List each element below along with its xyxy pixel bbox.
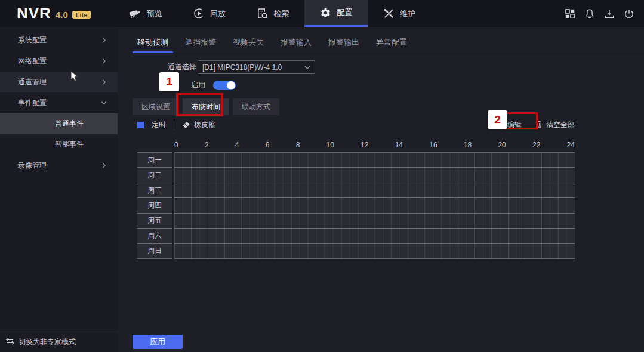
timed-tool[interactable]: 定时 (137, 120, 166, 130)
power-icon[interactable] (624, 8, 634, 19)
time-tick: 20 (498, 141, 506, 149)
schedule-row-sunday[interactable] (174, 243, 575, 258)
timed-label: 定时 (152, 120, 166, 130)
sidebar-item-label: 普通事件 (55, 119, 107, 129)
chevron-right-icon (101, 57, 107, 66)
day-label-wednesday: 周三 (137, 183, 172, 197)
mouse-cursor (70, 70, 78, 84)
top-header: NVR 4.0 Lite 预览 回放 检索 配置 维护 (0, 0, 644, 27)
day-label-thursday: 周四 (137, 197, 172, 212)
nav-label: 预览 (147, 8, 162, 19)
time-tick: 8 (296, 141, 300, 149)
sidebar-item-label: 事件配置 (18, 98, 101, 108)
search-doc-icon (257, 8, 268, 19)
day-label-sunday: 周日 (137, 243, 172, 258)
day-label-tuesday: 周二 (137, 167, 172, 182)
download-icon[interactable] (604, 8, 615, 19)
sidebar-menu: 系统配置 网络配置 通道管理 事件配置 普通事件 智能事件 录像 (0, 27, 118, 176)
time-tick: 24 (567, 141, 575, 149)
tab-alarm-output[interactable]: 报警输出 (323, 36, 364, 53)
arming-schedule-grid: 0 2 4 6 8 10 12 14 16 18 20 22 24 周一 周二 … (137, 141, 575, 259)
subtab-linkage-method[interactable]: 联动方式 (233, 98, 279, 115)
nav-label: 检索 (273, 8, 289, 19)
timed-legend-swatch (137, 122, 144, 128)
app-logo: NVR 4.0 Lite (17, 0, 91, 27)
annotation-box-arming-schedule-tab (176, 93, 223, 116)
clear-all-button[interactable]: 清空全部 (535, 120, 575, 131)
chevron-down-icon (101, 99, 107, 107)
tab-alarm-input[interactable]: 报警输入 (276, 36, 316, 53)
sidebar-item-label: 通道管理 (18, 77, 101, 87)
sidebar-item-system-config[interactable]: 系统配置 (0, 30, 118, 51)
eraser-label: 橡皮擦 (194, 120, 215, 130)
sidebar-item-network-config[interactable]: 网络配置 (0, 51, 118, 72)
schedule-row-thursday[interactable] (174, 197, 575, 212)
day-label-friday: 周五 (137, 213, 172, 228)
schedule-timeline (174, 152, 575, 259)
channel-select-value: [D1] MIPC318(P)W-4 1.0 (202, 63, 304, 72)
channel-select-dropdown[interactable]: [D1] MIPC318(P)W-4 1.0 (198, 60, 315, 74)
annotation-box-edit-button (505, 112, 538, 129)
schedule-row-friday[interactable] (174, 213, 575, 228)
apply-button[interactable]: 应用 (133, 335, 183, 349)
sidebar: 系统配置 网络配置 通道管理 事件配置 普通事件 智能事件 录像 (0, 27, 118, 352)
toolbar-divider (174, 121, 174, 129)
day-label-monday: 周一 (137, 153, 172, 167)
time-tick: 14 (395, 141, 403, 149)
chevron-right-icon (101, 162, 107, 170)
tab-exception[interactable]: 异常配置 (371, 36, 412, 53)
subtab-area-settings[interactable]: 区域设置 (133, 98, 179, 115)
chevron-right-icon (101, 36, 107, 45)
main-content: 移动侦测 遮挡报警 视频丢失 报警输入 报警输出 异常配置 通道选择 [D1] … (118, 27, 644, 352)
schedule-row-wednesday[interactable] (174, 183, 575, 197)
switch-mode-button[interactable]: 切换为非专家模式 (0, 332, 118, 352)
schedule-row-tuesday[interactable] (174, 167, 575, 182)
main-nav: 预览 回放 检索 配置 维护 (113, 0, 431, 27)
nav-item-configuration[interactable]: 配置 (304, 0, 368, 27)
sidebar-item-label: 录像管理 (18, 160, 101, 171)
annotation-step-1: 1 (159, 72, 179, 91)
tab-tamper-alarm[interactable]: 遮挡报警 (180, 36, 221, 53)
time-axis: 0 2 4 6 8 10 12 14 16 18 20 22 24 (174, 141, 575, 152)
eraser-icon (182, 120, 190, 131)
bell-icon[interactable] (584, 8, 595, 19)
nav-item-live-view[interactable]: 预览 (113, 0, 178, 27)
sidebar-item-smart-event[interactable]: 智能事件 (0, 134, 118, 155)
chevron-down-icon (304, 63, 310, 72)
time-tick: 16 (429, 141, 437, 149)
channel-select-label: 通道选择 (133, 62, 196, 72)
logo-version: 4.0 (56, 10, 68, 20)
nav-label: 维护 (400, 8, 415, 19)
nav-item-playback[interactable]: 回放 (178, 0, 241, 27)
enable-row: 启用 (133, 80, 644, 90)
tab-video-loss[interactable]: 视频丢失 (228, 36, 269, 53)
sidebar-item-label: 智能事件 (55, 140, 107, 150)
eraser-tool[interactable]: 橡皮擦 (182, 120, 215, 131)
nvr-config-screen: NVR 4.0 Lite 预览 回放 检索 配置 维护 (0, 0, 644, 352)
day-labels: 周一 周二 周三 周四 周五 周六 周日 (137, 152, 172, 259)
tools-icon (383, 8, 395, 19)
enable-toggle[interactable] (213, 81, 236, 90)
sidebar-item-label: 网络配置 (18, 56, 101, 66)
camera-icon (129, 8, 141, 19)
event-tabbar: 移动侦测 遮挡报警 视频丢失 报警输入 报警输出 异常配置 (133, 36, 644, 54)
schedule-row-saturday[interactable] (174, 228, 575, 243)
schedule-grid-body: 周一 周二 周三 周四 周五 周六 周日 (137, 152, 575, 259)
toggle-knob (227, 81, 235, 89)
switch-mode-label: 切换为非专家模式 (19, 337, 76, 347)
nav-label: 回放 (210, 8, 226, 19)
time-tick: 18 (464, 141, 472, 149)
day-label-saturday: 周六 (137, 228, 172, 243)
sidebar-item-channel-management[interactable]: 通道管理 (0, 72, 118, 92)
gear-icon (320, 7, 331, 18)
nav-label: 配置 (337, 7, 352, 18)
tab-motion-detection[interactable]: 移动侦测 (133, 36, 173, 53)
time-tick: 2 (205, 141, 209, 149)
sidebar-item-record-management[interactable]: 录像管理 (0, 155, 118, 176)
nav-item-search[interactable]: 检索 (241, 0, 304, 27)
sidebar-item-event-config[interactable]: 事件配置 (0, 92, 118, 113)
schedule-row-monday[interactable] (174, 153, 575, 167)
nav-item-maintenance[interactable]: 维护 (368, 0, 431, 27)
layout-grid-icon[interactable] (565, 8, 575, 19)
sidebar-item-basic-event[interactable]: 普通事件 (0, 113, 118, 134)
